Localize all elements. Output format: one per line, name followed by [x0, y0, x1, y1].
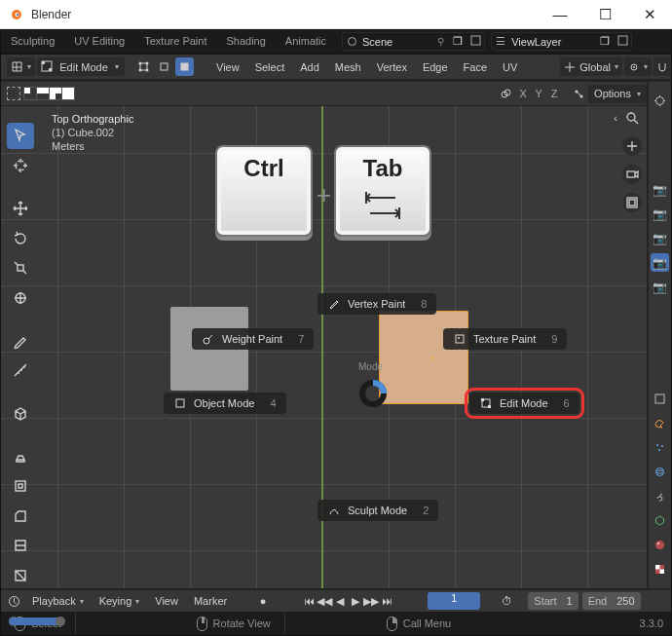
- prop-tab-material-icon[interactable]: [651, 536, 669, 554]
- window-close-button[interactable]: ✕: [627, 0, 672, 29]
- pie-edit-mode[interactable]: Edit Mode 6: [469, 393, 579, 414]
- options-dropdown[interactable]: Options ▾: [588, 85, 647, 103]
- uv-mode-4[interactable]: [61, 87, 75, 100]
- overlays-toggle-icon[interactable]: [497, 85, 515, 103]
- tool-add-cube[interactable]: [7, 400, 34, 427]
- timeline-keying[interactable]: Keying▾: [93, 592, 146, 610]
- prop-tab-constraints-icon[interactable]: [651, 487, 669, 505]
- menu-edge[interactable]: Edge: [416, 61, 455, 73]
- timeline-scrollbar[interactable]: [9, 616, 663, 629]
- jump-next-key-icon[interactable]: ▶▶: [363, 592, 379, 610]
- jump-start-icon[interactable]: ⏮: [301, 592, 317, 610]
- mirror-z[interactable]: Z: [546, 88, 562, 99]
- tab-sculpting[interactable]: Sculpting: [1, 29, 64, 54]
- mirror-x[interactable]: X: [515, 88, 531, 99]
- viewlayer-selector[interactable]: ☰ ViewLayer ❐: [491, 32, 632, 51]
- pie-sculpt-mode[interactable]: Sculpt Mode 2: [317, 500, 438, 521]
- menu-face[interactable]: Face: [457, 61, 494, 73]
- uv-selection-modes[interactable]: [24, 87, 75, 100]
- gizmo-move-icon[interactable]: [622, 136, 642, 156]
- editor-type-dropdown[interactable]: ▾: [7, 57, 35, 76]
- jump-prev-key-icon[interactable]: ◀◀: [317, 592, 332, 610]
- tool-transform[interactable]: [7, 284, 34, 311]
- menu-uv[interactable]: UV: [496, 61, 524, 73]
- prop-tab-physics-icon[interactable]: [651, 463, 669, 481]
- gizmo-zoom-icon[interactable]: [622, 108, 642, 128]
- tool-annotate[interactable]: [7, 327, 34, 354]
- gizmo-camera-icon[interactable]: [622, 165, 642, 184]
- tab-uv-editing[interactable]: UV Editing: [64, 29, 134, 54]
- tool-scale[interactable]: [7, 255, 34, 281]
- remove-viewlayer-icon[interactable]: [614, 35, 631, 48]
- menu-select[interactable]: Select: [248, 61, 292, 73]
- scene-pin-icon[interactable]: ⚲: [431, 36, 449, 47]
- pie-weight-paint[interactable]: Weight Paint 7: [192, 328, 314, 350]
- sidebar-toggle-icon[interactable]: ‹: [614, 112, 617, 124]
- end-frame-field[interactable]: End250: [582, 592, 641, 610]
- tool-knife[interactable]: [7, 562, 34, 588]
- menu-mesh[interactable]: Mesh: [328, 61, 368, 73]
- select-vertex-icon[interactable]: [134, 57, 153, 76]
- tool-bevel[interactable]: [7, 503, 34, 529]
- timeline-marker[interactable]: Marker: [188, 592, 233, 610]
- tab-texture-paint[interactable]: Texture Paint: [134, 29, 216, 54]
- prop-tab-render-icon[interactable]: 📷: [651, 180, 669, 199]
- prop-tab-world-icon[interactable]: 📷: [651, 278, 669, 296]
- prop-tab-viewlayer-icon[interactable]: 📷: [651, 229, 669, 247]
- timeline-playback[interactable]: Playback▾: [26, 592, 90, 610]
- scroll-thumb[interactable]: [9, 617, 61, 625]
- scene-browse-icon[interactable]: [343, 36, 360, 47]
- tool-move[interactable]: [7, 196, 34, 222]
- timeline-editor-icon[interactable]: [5, 592, 22, 610]
- prop-tab-data-icon[interactable]: [651, 511, 669, 530]
- jump-end-icon[interactable]: ⏭: [379, 592, 394, 610]
- menu-view[interactable]: View: [209, 61, 246, 73]
- tool-select[interactable]: [7, 123, 34, 149]
- menu-vertex[interactable]: Vertex: [370, 61, 414, 73]
- select-box-icon[interactable]: [7, 87, 20, 100]
- prop-tab-particles-icon[interactable]: [651, 438, 669, 457]
- timeline-view[interactable]: View: [149, 592, 184, 610]
- autokey-icon[interactable]: ●: [254, 592, 272, 610]
- tab-shading[interactable]: Shading: [216, 29, 275, 54]
- window-minimize-button[interactable]: —: [538, 0, 582, 29]
- menu-add[interactable]: Add: [293, 61, 326, 73]
- snap-dropdown[interactable]: [653, 57, 671, 76]
- scene-selector[interactable]: Scene ⚲ ❐: [342, 32, 485, 51]
- copy-scene-icon[interactable]: ❐: [449, 35, 467, 48]
- uv-mode-1[interactable]: [23, 87, 37, 100]
- play-icon[interactable]: ▶: [348, 592, 363, 610]
- tool-measure[interactable]: [7, 357, 34, 384]
- pivot-dropdown[interactable]: ▾: [624, 57, 652, 76]
- mode-dropdown[interactable]: Edit Mode ▾: [37, 57, 125, 76]
- prop-tab-object-icon[interactable]: [651, 390, 669, 408]
- uv-mode-2[interactable]: [36, 87, 50, 100]
- prop-tab-texture-icon[interactable]: [651, 560, 669, 579]
- play-reverse-icon[interactable]: ◀: [332, 592, 348, 610]
- prop-tab-output-icon[interactable]: 📷: [651, 205, 669, 223]
- automerge-icon[interactable]: [570, 85, 588, 103]
- tool-loopcut[interactable]: [7, 533, 34, 559]
- pie-object-mode[interactable]: Object Mode 4: [164, 393, 286, 414]
- pie-texture-paint[interactable]: Texture Paint 9: [443, 328, 567, 350]
- prop-tab-scene-icon[interactable]: 📷: [651, 253, 669, 272]
- uv-mode-3[interactable]: [49, 87, 62, 100]
- mirror-y[interactable]: Y: [531, 88, 546, 99]
- gizmo-persp-icon[interactable]: [622, 193, 642, 212]
- time-display-icon[interactable]: ⏱: [502, 595, 512, 607]
- select-face-icon[interactable]: [175, 57, 194, 76]
- prop-tab-tool-icon[interactable]: [651, 92, 669, 110]
- viewlayer-browse-icon[interactable]: ☰: [492, 35, 509, 48]
- new-scene-icon[interactable]: [467, 35, 484, 48]
- copy-viewlayer-icon[interactable]: ❐: [596, 35, 614, 48]
- tool-extrude[interactable]: [7, 443, 34, 469]
- viewport-3d[interactable]: Vertex Paint 8 Weight Paint 7 Texture Pa…: [1, 106, 647, 588]
- current-frame-field[interactable]: 1: [428, 592, 480, 610]
- tool-rotate[interactable]: [7, 225, 34, 251]
- window-maximize-button[interactable]: ☐: [582, 0, 627, 29]
- start-frame-field[interactable]: Start1: [528, 592, 578, 610]
- tool-cursor[interactable]: [7, 153, 34, 179]
- tool-inset[interactable]: [7, 473, 34, 500]
- select-edge-icon[interactable]: [155, 57, 173, 76]
- pie-vertex-paint[interactable]: Vertex Paint 8: [317, 293, 436, 315]
